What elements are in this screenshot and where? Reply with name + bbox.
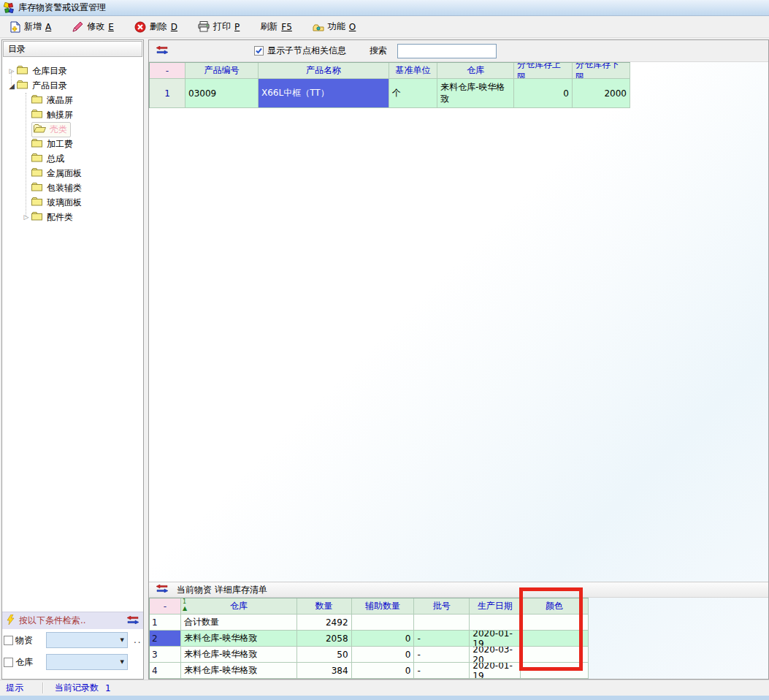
cell-batch[interactable]	[414, 615, 470, 631]
function-icon	[313, 22, 324, 31]
tree-item-accessories[interactable]: ▷ 配件类	[2, 210, 143, 224]
cell-aux-quantity[interactable]: 0	[352, 631, 415, 647]
tree-item-shell-selected[interactable]: 壳类	[2, 122, 143, 137]
button-label: 功能	[328, 20, 345, 33]
cell-stock-upper[interactable]: 0	[514, 79, 573, 108]
header-warehouse-label: 仓库	[230, 600, 248, 612]
material-more-button[interactable]: ..	[134, 635, 142, 645]
detail-row[interactable]: 4 来料仓库-映华格致 384 0 - 2020-01-19	[150, 663, 589, 679]
cell-quantity[interactable]: 50	[297, 647, 352, 663]
folder-icon	[31, 94, 42, 106]
cell-row-number[interactable]: 3	[150, 647, 181, 663]
content-area: 目录 ▷ 仓库目录 ◢ 产品目录	[0, 38, 769, 680]
tree-item-glass-panel[interactable]: 玻璃面板	[2, 195, 143, 210]
cell-batch[interactable]: -	[414, 631, 470, 647]
header-product-code[interactable]: 产品编号	[185, 63, 259, 79]
cell-batch[interactable]: -	[414, 647, 470, 663]
detail-row[interactable]: 1 合计数量 2492	[150, 615, 589, 631]
cell-product-code[interactable]: 03009	[185, 79, 259, 108]
header-production-date[interactable]: 生产日期	[470, 598, 521, 615]
header-color[interactable]: 颜色	[521, 598, 589, 615]
cell-color[interactable]	[521, 615, 589, 631]
tree-item-warehouse-catalog[interactable]: ▷ 仓库目录	[2, 64, 143, 78]
header-quantity[interactable]: 数量	[297, 598, 352, 615]
cell-warehouse[interactable]: 来料仓库-映华格致	[437, 79, 514, 108]
detail-row[interactable]: 3 来料仓库-映华格致 50 0 - 2020-03-20	[150, 647, 589, 663]
cell-production-date[interactable]	[470, 615, 521, 631]
expander-expanded-icon[interactable]: ◢	[7, 82, 17, 90]
header-row-number[interactable]: -	[150, 63, 185, 79]
search-input[interactable]	[397, 44, 497, 58]
tree-item-assembly[interactable]: 总成	[2, 151, 143, 166]
cell-aux-quantity[interactable]: 0	[352, 647, 415, 663]
cell-row-number-selected[interactable]: 2	[150, 631, 181, 647]
material-checkbox[interactable]	[4, 636, 13, 645]
header-stock-lower[interactable]: 分仓库存下限	[573, 63, 630, 79]
filter-row-material: 物资 ▼ ..	[2, 629, 143, 651]
tree-item-processing-fee[interactable]: 加工费	[2, 137, 143, 151]
expander-collapsed-icon[interactable]: ▷	[21, 213, 31, 221]
edit-button[interactable]: 修改E	[66, 18, 120, 35]
refresh-button[interactable]: 刷新F5	[254, 18, 298, 35]
cell-warehouse[interactable]: 来料仓库-映华格致	[181, 647, 297, 663]
tree-item-packaging[interactable]: 包装辅类	[2, 180, 143, 195]
folder-icon	[31, 153, 42, 164]
add-button[interactable]: 新增A	[4, 18, 57, 35]
cell-warehouse[interactable]: 合计数量	[181, 615, 297, 631]
lightning-icon	[7, 615, 15, 627]
tree-item-lcd[interactable]: 液晶屏	[2, 93, 143, 107]
cell-row-number[interactable]: 1	[150, 79, 185, 108]
cell-aux-quantity[interactable]: 0	[352, 663, 415, 679]
header-product-name[interactable]: 产品名称	[259, 63, 389, 79]
tree-item-touchscreen[interactable]: 触摸屏	[2, 107, 143, 122]
cell-base-unit[interactable]: 个	[389, 79, 437, 108]
expander-collapsed-icon[interactable]: ▷	[7, 67, 17, 75]
cell-aux-quantity[interactable]	[352, 615, 415, 631]
cell-stock-lower[interactable]: 2000	[573, 79, 630, 108]
tree-item-product-catalog[interactable]: ◢ 产品目录	[2, 78, 143, 93]
status-bar: 提示 当前记录数 1	[0, 680, 769, 696]
cell-color[interactable]	[521, 631, 589, 647]
cell-production-date[interactable]: 2020-01-19	[470, 631, 521, 647]
cell-production-date[interactable]: 2020-01-19	[470, 663, 521, 679]
cell-batch[interactable]: -	[414, 663, 470, 679]
print-button[interactable]: 打印P	[192, 18, 245, 35]
header-warehouse[interactable]: 仓库	[437, 63, 514, 79]
header-aux-quantity[interactable]: 辅助数量	[352, 598, 415, 615]
detail-row-selected[interactable]: 2 来料仓库-映华格致 2058 0 - 2020-01-19	[150, 631, 589, 647]
show-children-checkbox[interactable]	[254, 46, 264, 56]
header-row-number[interactable]: -	[150, 598, 181, 615]
warehouse-checkbox[interactable]	[4, 658, 13, 667]
tree-item-metal-panel[interactable]: 金属面板	[2, 166, 143, 180]
filter-panel: 按以下条件检索.. 物资 ▼	[2, 612, 143, 679]
cell-color[interactable]	[521, 647, 589, 663]
function-button[interactable]: 功能O	[307, 18, 361, 35]
header-stock-upper[interactable]: 分仓库存上限	[514, 63, 573, 79]
cell-color[interactable]	[521, 663, 589, 679]
swap-panels-icon[interactable]	[156, 585, 168, 595]
header-batch[interactable]: 批号	[414, 598, 470, 615]
cell-row-number[interactable]: 1	[150, 615, 181, 631]
header-warehouse[interactable]: 1▲ 仓库	[181, 598, 297, 615]
main-top-bar: 显示子节点相关信息 搜索	[149, 40, 768, 62]
cell-warehouse[interactable]: 来料仓库-映华格致	[181, 631, 297, 647]
tree-item-label: 壳类	[50, 123, 67, 136]
button-label: 刷新	[260, 20, 278, 33]
product-table-row[interactable]: 1 03009 X66L中框（TT） 个 来料仓库-映华格致 0 2000	[150, 79, 630, 108]
tree-item-label: 液晶屏	[47, 94, 73, 107]
cell-warehouse[interactable]: 来料仓库-映华格致	[181, 663, 297, 679]
titlebar: 库存物资警戒设置管理	[0, 0, 769, 16]
warehouse-combobox[interactable]: ▼	[46, 654, 128, 670]
cell-quantity[interactable]: 2058	[297, 631, 352, 647]
cell-quantity[interactable]: 2492	[297, 615, 352, 631]
cell-row-number[interactable]: 4	[150, 663, 181, 679]
swap-panels-icon[interactable]	[127, 616, 139, 626]
swap-panels-icon[interactable]	[156, 46, 168, 56]
header-base-unit[interactable]: 基准单位	[389, 63, 437, 79]
cell-quantity[interactable]: 384	[297, 663, 352, 679]
material-combobox[interactable]: ▼	[46, 632, 128, 648]
cell-product-name-selected[interactable]: X66L中框（TT）	[259, 79, 389, 108]
delete-button[interactable]: 删除D	[129, 18, 183, 35]
cell-production-date[interactable]: 2020-03-20	[470, 647, 521, 663]
button-label: 打印	[213, 20, 231, 33]
